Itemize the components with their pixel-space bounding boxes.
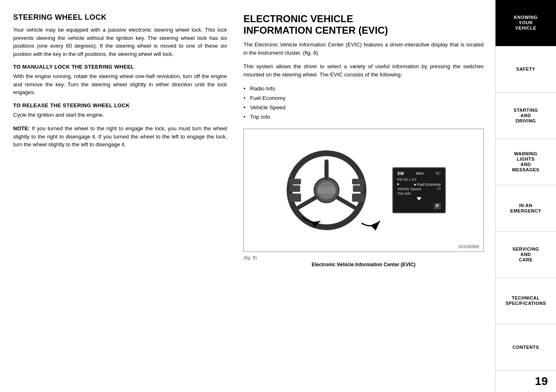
figure-inner: SW 49mi 71° FM 93.1 P2 ►Fuel Economy Veh… (250, 141, 477, 240)
left-sub1-title: TO MANUALLY LOCK THE STEERING WHEEL (13, 64, 227, 70)
evic-display-panel: SW 49mi 71° FM 93.1 P2 ►Fuel Economy Veh… (392, 167, 446, 213)
evic-menu-fuel: ►Fuel Economy (397, 182, 441, 187)
svg-rect-11 (353, 185, 364, 192)
evic-para2: This system allows the driver to select … (243, 62, 484, 78)
evic-sw-label: SW (397, 171, 404, 176)
svg-rect-6 (317, 187, 336, 194)
sidebar-item-safety[interactable]: SAFETY (496, 46, 556, 93)
svg-rect-9 (289, 179, 301, 184)
evic-title: ELECTRONIC VEHICLE INFORMATION CENTER (E… (243, 13, 484, 36)
evic-temp-label: 71° (435, 171, 441, 175)
sidebar-item-contents[interactable]: CONTENTS (496, 324, 556, 371)
evic-mi-label: 49mi (415, 171, 424, 175)
sidebar-item-emergency[interactable]: IN ANEMERGENCY (496, 185, 556, 232)
evic-para1: The Electronic Vehicle Information Cente… (243, 41, 484, 57)
sidebar: KNOWINGYOURVEHICLE SAFETY STARTINGANDDRI… (495, 0, 556, 392)
evic-bullet-list: Radio Info Fuel Economy Vehicle Speed Tr… (243, 84, 484, 122)
evic-menu-trip: Trip Info (397, 191, 441, 196)
fig-label: (fig. 8) (243, 255, 484, 260)
svg-marker-15 (417, 197, 422, 201)
note-label: NOTE: (13, 125, 30, 131)
figure-number: 041040968 (459, 244, 479, 249)
note-text: NOTE: If you turned the wheel to the rig… (13, 125, 227, 149)
steering-wheel-diagram (281, 141, 388, 240)
sidebar-item-servicing[interactable]: SERVICINGANDCARE (496, 232, 556, 278)
svg-rect-8 (290, 185, 300, 192)
svg-rect-7 (289, 194, 301, 202)
sidebar-item-starting[interactable]: STARTINGANDDRIVING (496, 93, 556, 139)
page-number: 19 (496, 371, 556, 392)
left-main-body: Your vehicle may be equipped with a pass… (13, 26, 227, 58)
left-sub2-title: TO RELEASE THE STEERING WHEEL LOCK (13, 102, 227, 108)
note-body: If you turned the wheel to the right to … (13, 125, 227, 148)
bullet-speed: Vehicle Speed (243, 103, 484, 113)
left-sub1-body: With the engine running, rotate the stee… (13, 72, 227, 97)
figure-box: SW 49mi 71° FM 93.1 P2 ►Fuel Economy Veh… (243, 129, 484, 252)
left-main-title: STEERING WHEEL LOCK (13, 13, 227, 22)
figure-caption: Electronic Vehicle Information Center (E… (243, 262, 484, 267)
evic-p-label: P (434, 203, 441, 209)
sidebar-item-warning[interactable]: WARNINGLIGHTSANDMESSAGES (496, 139, 556, 185)
bullet-fuel: Fuel Economy (243, 94, 484, 103)
sidebar-item-knowing[interactable]: KNOWINGYOURVEHICLE (496, 0, 556, 46)
evic-menu-speed: Vehicle SpeedOff (397, 187, 441, 191)
bullet-radio: Radio Info (243, 84, 484, 94)
sidebar-item-technical[interactable]: TECHNICALSPECIFICATIONS (496, 278, 556, 325)
evic-radio-label: FM 93.1 P2 (397, 178, 441, 182)
svg-rect-10 (352, 194, 364, 202)
left-sub2-body: Cycle the ignition and start the engine. (13, 111, 227, 119)
svg-rect-12 (352, 179, 364, 184)
bullet-trip: Trip Info (243, 113, 484, 122)
